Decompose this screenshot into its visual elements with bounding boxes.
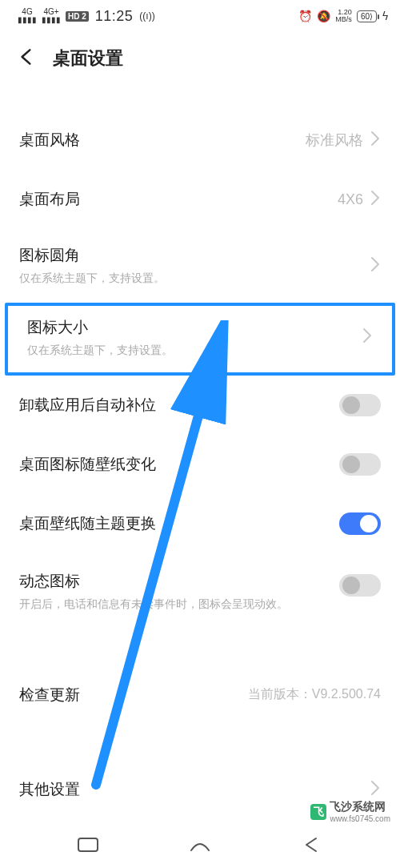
toggle-theme-wallpaper[interactable]: [339, 512, 381, 535]
page-title: 桌面设置: [53, 46, 123, 70]
watermark-url: www.fs0745.com: [330, 814, 390, 823]
toggle-wallpaper-icon[interactable]: [339, 453, 381, 476]
section-gap: [0, 630, 400, 665]
status-left: 4G▮▮▮▮ 4G+▮▮▮▮ HD 2 11:25 ((ı)): [18, 8, 155, 25]
navigation-bar: [0, 825, 400, 868]
label-desktop-layout: 桌面布局: [19, 189, 338, 210]
alarm-icon: ⏰: [298, 10, 312, 22]
hd-badge: HD 2: [66, 11, 89, 22]
row-dynamic-icon: 动态图标 开启后，电话和信息有未读事件时，图标会呈现动效。: [0, 553, 400, 630]
row-desktop-layout[interactable]: 桌面布局 4X6: [0, 170, 400, 229]
row-autofill: 卸载应用后自动补位: [0, 376, 400, 435]
row-desktop-style[interactable]: 桌面风格 标准风格: [0, 111, 400, 170]
toggle-dynamic-icon[interactable]: [339, 574, 381, 597]
mute-icon: 🔕: [317, 10, 330, 22]
chevron-right-icon: [370, 256, 381, 275]
row-wallpaper-icon: 桌面图标随壁纸变化: [0, 435, 400, 494]
status-time: 11:25: [95, 8, 134, 25]
label-check-update: 检查更新: [19, 685, 248, 705]
label-dynamic-icon: 动态图标: [19, 571, 339, 592]
watermark-logo: 飞: [310, 804, 326, 820]
row-icon-corner[interactable]: 图标圆角 仅在系统主题下，支持设置。: [0, 229, 400, 303]
charging-icon: ϟ: [382, 10, 389, 22]
value-desktop-style: 标准风格: [306, 131, 363, 150]
watermark-name: 飞沙系统网: [330, 800, 390, 814]
label-icon-size: 图标大小: [27, 317, 362, 338]
settings-list: 桌面风格 标准风格 桌面布局 4X6 图标圆角 仅在系统主题下，支持设置。 图标…: [0, 111, 400, 819]
label-other-settings: 其他设置: [19, 779, 370, 800]
net-speed: 1.20MB/s: [335, 9, 352, 23]
label-icon-corner: 图标圆角: [19, 245, 370, 266]
status-bar: 4G▮▮▮▮ 4G+▮▮▮▮ HD 2 11:25 ((ı)) ⏰ 🔕 1.20…: [0, 0, 400, 32]
section-gap: [0, 725, 400, 760]
page-header: 桌面设置: [0, 32, 400, 86]
label-theme-wallpaper: 桌面壁纸随主题更换: [19, 513, 339, 534]
nav-back-button[interactable]: [300, 836, 324, 857]
battery-indicator: 60⟩: [357, 10, 377, 22]
status-right: ⏰ 🔕 1.20MB/s 60⟩ ϟ: [298, 9, 389, 23]
nav-home-button[interactable]: [188, 836, 212, 857]
chevron-right-icon: [362, 328, 373, 347]
row-check-update[interactable]: 检查更新 当前版本：V9.2.500.74: [0, 665, 400, 725]
nav-recent-button[interactable]: [76, 836, 100, 857]
value-desktop-layout: 4X6: [338, 191, 363, 208]
watermark: 飞 飞沙系统网 www.fs0745.com: [307, 798, 394, 825]
svg-rect-2: [78, 838, 98, 851]
label-autofill: 卸载应用后自动补位: [19, 395, 339, 416]
row-theme-wallpaper: 桌面壁纸随主题更换: [0, 494, 400, 553]
sub-dynamic-icon: 开启后，电话和信息有未读事件时，图标会呈现动效。: [19, 597, 339, 613]
signal-1: 4G▮▮▮▮: [18, 8, 37, 24]
sub-icon-size: 仅在系统主题下，支持设置。: [27, 343, 362, 359]
toggle-autofill[interactable]: [339, 394, 381, 416]
sub-icon-corner: 仅在系统主题下，支持设置。: [19, 271, 370, 287]
chevron-right-icon: [370, 190, 381, 209]
back-button[interactable]: [16, 46, 37, 70]
chevron-right-icon: [370, 780, 381, 799]
chevron-right-icon: [370, 131, 381, 150]
signal-2: 4G+▮▮▮▮: [42, 8, 61, 24]
label-wallpaper-icon: 桌面图标随壁纸变化: [19, 454, 339, 475]
label-desktop-style: 桌面风格: [19, 130, 306, 151]
hotspot-icon: ((ı)): [139, 10, 154, 22]
row-icon-size[interactable]: 图标大小 仅在系统主题下，支持设置。: [5, 303, 395, 376]
value-version: 当前版本：V9.2.500.74: [248, 686, 381, 703]
